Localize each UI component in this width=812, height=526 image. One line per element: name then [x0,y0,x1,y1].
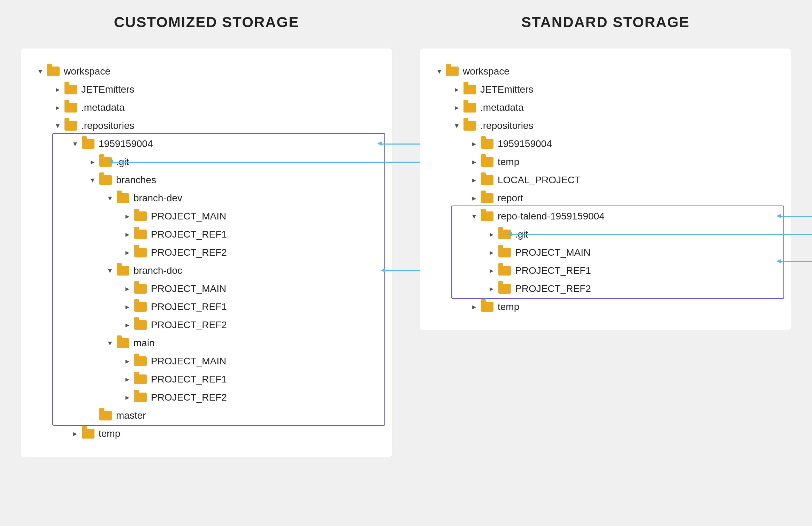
tree-row: ▸.metadata [434,99,773,117]
row-label: PROJECT_REF1 [151,374,227,385]
row-label: 1959159004 [99,138,153,149]
chevron-open-icon: ▾ [53,121,62,130]
chevron-none-icon [87,411,97,420]
chevron-closed-icon: ▸ [122,375,132,384]
folder-icon [481,193,493,203]
tree-row: ▸temp [434,298,773,316]
tree-row: ▸JETEmitters [434,80,773,99]
chevron-closed-icon: ▸ [122,320,132,330]
folder-icon [464,121,476,131]
folder-icon [446,67,459,76]
tree-row: ▸PROJECT_REF2 [35,243,374,262]
chevron-closed-icon: ▸ [122,212,132,221]
row-label: PROJECT_MAIN [151,283,226,294]
tree-row: ▸1959159004 [434,135,773,153]
tree-row: ▸PROJECT_REF2 [35,388,374,407]
folder-icon [134,374,147,384]
chevron-closed-icon: ▸ [469,139,479,148]
row-label: PROJECT_REF1 [515,265,591,276]
row-label: temp [498,156,519,168]
tree-row: ▾main [35,334,374,352]
chevron-open-icon: ▾ [35,67,45,76]
tree-row: ▸PROJECT_REF1 [35,225,374,243]
folder-icon [64,103,77,113]
row-label: PROJECT_REF1 [151,301,227,312]
row-label: LOCAL_PROJECT [498,175,581,186]
tree-row: ▸PROJECT_REF1 [434,262,773,280]
row-label: PROJECT_REF2 [151,319,227,331]
row-label: PROJECT_MAIN [151,356,226,367]
chevron-closed-icon: ▸ [122,357,132,366]
tree-row: ▸PROJECT_REF2 [434,280,773,298]
folder-icon [481,139,493,149]
left-tree-card: ▾workspace▸JETEmitters▸.metadata▾.reposi… [21,48,392,457]
chevron-open-icon: ▾ [105,194,115,203]
tree-row: ▾branch-dev [35,189,374,207]
row-label: .repositories [480,120,534,131]
chevron-closed-icon: ▸ [122,248,132,257]
folder-icon [134,320,147,330]
tree-row: ▾branches [35,171,374,189]
folder-icon [481,157,493,167]
folder-icon [134,211,147,221]
right-panel: STANDARD STORAGE ▾workspace▸JETEmitters▸… [420,14,791,457]
chevron-open-icon: ▾ [105,266,115,275]
folder-icon [47,67,60,76]
chevron-open-icon: ▾ [70,139,80,148]
left-panel: CUSTOMIZED STORAGE ▾workspace▸JETEmitter… [21,14,392,457]
folder-icon [117,338,129,348]
tree-row: ▸JETEmitters [35,80,374,99]
row-label: .metadata [81,102,125,113]
folder-icon [82,429,94,439]
folder-icon [134,230,147,239]
chevron-closed-icon: ▸ [122,230,132,239]
tree-row: master [35,407,374,425]
chevron-closed-icon: ▸ [70,429,80,438]
folder-icon [99,175,112,185]
folder-icon [134,284,147,294]
folder-icon [464,85,476,94]
folder-icon [481,302,493,312]
folder-icon [134,393,147,402]
row-label: PROJECT_REF2 [515,283,591,294]
chevron-closed-icon: ▸ [87,157,97,167]
folder-icon [134,356,147,366]
left-title: CUSTOMIZED STORAGE [114,14,299,31]
tree-row: ▸.metadata [35,99,374,117]
row-label: 1959159004 [498,138,552,149]
tree-row: ▾.repositories [35,117,374,135]
row-label: branch-doc [133,265,182,276]
tree-row: ▸report [434,189,773,207]
tree-row: ▸PROJECT_MAIN [434,243,773,262]
row-label: PROJECT_MAIN [515,247,590,258]
row-label: master [116,410,146,421]
tree-row: ▸PROJECT_MAIN [35,280,374,298]
right-diagram: ▾workspace▸JETEmitters▸.metadata▾.reposi… [420,48,791,330]
tree-row: ▾workspace [35,62,374,80]
chevron-closed-icon: ▸ [487,266,496,275]
folder-icon [498,266,511,276]
row-label: workspace [64,66,110,77]
folder-icon [64,121,77,131]
row-label: workspace [463,66,510,77]
folder-icon [464,103,476,113]
chevron-open-icon: ▾ [87,176,97,185]
folder-icon [498,284,511,294]
chevron-closed-icon: ▸ [452,85,461,94]
folder-icon [481,211,493,221]
chevron-closed-icon: ▸ [487,248,496,257]
tree-row: ▸PROJECT_REF1 [35,298,374,316]
tree-row: ▾.repositories [434,117,773,135]
folder-icon [134,248,147,257]
tree-row: ▸LOCAL_PROJECT [434,171,773,189]
chevron-open-icon: ▾ [105,339,115,348]
tree-row: ▾repo-talend-1959159004 [434,207,773,225]
folder-icon [481,175,493,185]
row-label: PROJECT_REF1 [151,229,227,240]
row-label: repo-talend-1959159004 [498,211,605,222]
chevron-closed-icon: ▸ [487,284,496,293]
row-label: temp [498,301,519,312]
tree-row: ▾1959159004 [35,135,374,153]
chevron-closed-icon: ▸ [469,176,479,185]
left-diagram: ▾workspace▸JETEmitters▸.metadata▾.reposi… [21,48,392,457]
